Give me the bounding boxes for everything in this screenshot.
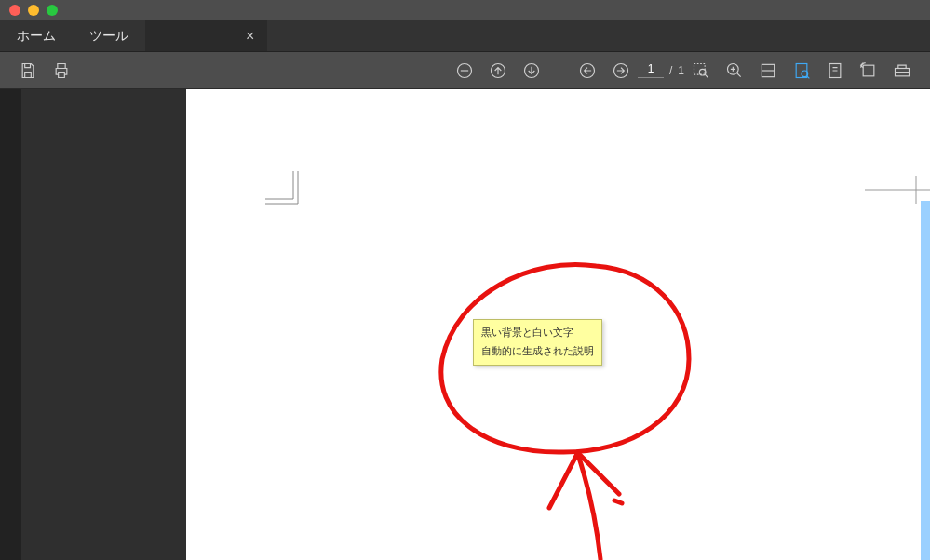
maximize-window-button[interactable] (47, 5, 58, 16)
toolbar: / 1 (0, 52, 930, 89)
zoom-fit-button[interactable] (448, 52, 481, 89)
fit-page-icon (792, 61, 811, 80)
thumbnail-panel[interactable] (0, 89, 186, 560)
save-icon (19, 61, 37, 80)
rotate-icon (859, 61, 878, 80)
nav-tools[interactable]: ツール (73, 20, 145, 51)
zoom-out-icon (692, 61, 710, 80)
document-tab[interactable]: × (145, 20, 267, 51)
close-tab-button[interactable]: × (246, 28, 254, 45)
page-prev-button[interactable] (571, 52, 604, 89)
marquee-zoom-button[interactable] (684, 52, 718, 89)
document-canvas[interactable]: 黒い背景と白い文字 自動的に生成された説明 (186, 89, 930, 560)
page-down-button[interactable] (515, 52, 548, 89)
page-total: 1 (678, 64, 684, 77)
page-next-button[interactable] (604, 52, 638, 89)
circle-minus-icon (455, 61, 474, 80)
arrow-up-circle-icon (489, 61, 507, 80)
page-indicator: / 1 (638, 62, 684, 78)
save-button[interactable] (11, 52, 45, 89)
arrow-left-circle-icon (578, 61, 597, 80)
print-button[interactable] (45, 52, 78, 89)
select-tool-button[interactable] (818, 52, 852, 89)
rotate-button[interactable] (852, 52, 885, 89)
crop-mark-top-left (265, 171, 303, 208)
zoom-in-icon (725, 61, 744, 80)
select-tool-icon (826, 61, 844, 80)
tooltip-line-2: 自動的に生成された説明 (481, 342, 594, 361)
fit-page-button[interactable] (785, 52, 818, 89)
fit-width-button[interactable] (751, 52, 785, 89)
page-current-input[interactable] (638, 62, 664, 78)
crop-mark-top-right (865, 176, 930, 204)
close-window-button[interactable] (9, 5, 20, 16)
arrow-down-circle-icon (522, 61, 541, 80)
fit-width-icon (759, 61, 777, 80)
page-separator: / (669, 64, 672, 77)
alt-text-tooltip: 黒い背景と白い文字 自動的に生成された説明 (473, 319, 602, 366)
nav-home[interactable]: ホーム (0, 20, 73, 51)
svg-rect-12 (863, 65, 874, 76)
zoom-in-button[interactable] (718, 52, 751, 89)
print-icon (52, 61, 71, 80)
tooltip-line-1: 黒い背景と白い文字 (481, 324, 594, 342)
thumbnail-gutter (0, 89, 21, 560)
arrow-right-circle-icon (612, 61, 630, 80)
tab-bar: ホーム ツール × (0, 20, 930, 52)
window-titlebar (0, 0, 930, 20)
scan-icon (893, 61, 911, 80)
content-area: 黒い背景と白い文字 自動的に生成された説明 (0, 89, 930, 560)
freehand-annotation (419, 257, 708, 560)
page-up-button[interactable] (481, 52, 515, 89)
scan-button[interactable] (885, 52, 919, 89)
minimize-window-button[interactable] (28, 5, 39, 16)
selection-highlight (921, 201, 930, 560)
